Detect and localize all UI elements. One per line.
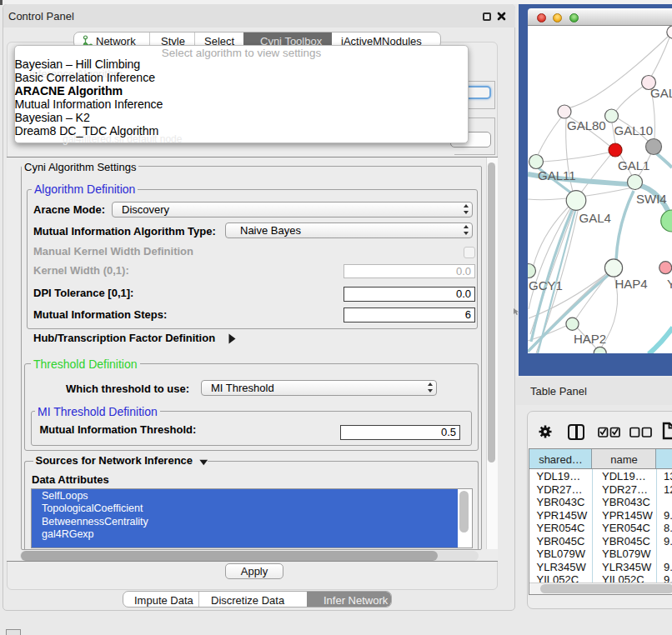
svg-text:GAL7: GAL7 [650, 86, 672, 100]
svg-text:Y: Y [667, 277, 672, 291]
svg-text:HAP2: HAP2 [574, 332, 606, 346]
svg-text:GCY1: GCY1 [529, 278, 563, 292]
svg-text:GAL10: GAL10 [614, 123, 654, 138]
svg-text:GAL1: GAL1 [618, 158, 649, 172]
svg-text:GAL11: GAL11 [538, 168, 576, 182]
svg-text:SWI4: SWI4 [636, 192, 667, 206]
svg-text:HAP4: HAP4 [615, 277, 648, 291]
svg-text:GAL4: GAL4 [579, 211, 611, 225]
svg-text:GAL80: GAL80 [567, 118, 606, 132]
